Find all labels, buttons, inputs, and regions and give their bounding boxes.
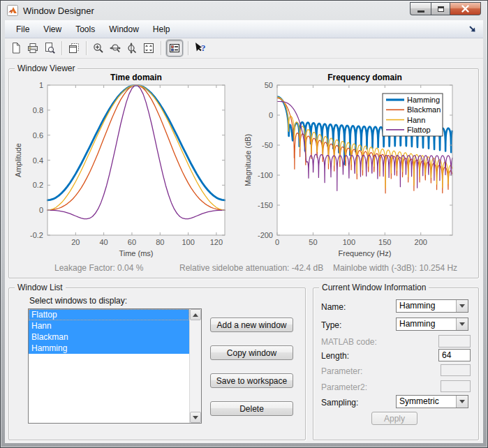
matlab-code-label: MATLAB code: (321, 337, 377, 347)
parameter-field (441, 364, 471, 376)
svg-text:100: 100 (182, 238, 194, 246)
close-icon (461, 5, 469, 13)
toolbar-separator (61, 41, 62, 55)
length-field[interactable]: 64 (438, 349, 471, 361)
menu-item-tools[interactable]: Tools (68, 22, 102, 37)
svg-text:-0.2: -0.2 (30, 231, 43, 239)
svg-text:Frequency domain: Frequency domain (327, 73, 402, 82)
time-domain-plot[interactable]: 20406080100120-0.200.20.40.60.81Time dom… (10, 72, 242, 262)
print-icon[interactable] (24, 40, 41, 57)
chevron-down-icon (459, 400, 465, 403)
context-help-icon[interactable]: ? (192, 40, 209, 57)
svg-text:?: ? (201, 43, 206, 53)
svg-text:Hann: Hann (407, 116, 425, 124)
menu-item-help[interactable]: Help (146, 22, 177, 37)
menu-item-window[interactable]: Window (102, 22, 146, 37)
sampling-dropdown-button[interactable] (456, 396, 468, 408)
scroll-down-button[interactable] (190, 412, 201, 423)
svg-text:Hamming: Hamming (407, 96, 440, 104)
toolbar: ? (5, 38, 483, 59)
restore-button[interactable] (431, 2, 450, 15)
window-title: Window Designer (23, 6, 94, 16)
svg-text:50: 50 (265, 81, 273, 89)
title-bar[interactable]: Window Designer (1, 1, 487, 20)
scroll-up-button[interactable] (190, 309, 201, 320)
apply-button[interactable]: Apply (371, 412, 417, 425)
type-dropdown[interactable]: Hamming (396, 318, 468, 331)
svg-text:0.2: 0.2 (33, 181, 43, 189)
mainlobe-width-text: Mainlobe width (-3dB): 10.254 Hz (333, 263, 457, 273)
name-dropdown-button[interactable] (456, 300, 468, 312)
window-designer-app: Window Designer FileViewToolsWindowHelp (0, 0, 488, 448)
svg-text:Magnitude (dB): Magnitude (dB) (244, 134, 252, 186)
add-new-window-button[interactable]: Add a new window (210, 318, 293, 332)
window-listbox[interactable]: FlattopHannBlackmanHamming (28, 308, 202, 424)
print-preview-icon[interactable] (41, 40, 58, 57)
parameter-label: Parameter: (321, 366, 362, 376)
new-document-icon[interactable] (8, 40, 24, 57)
window-list-title: Window List (15, 283, 66, 292)
copy-window-button[interactable]: Copy window (210, 345, 293, 360)
scroll-down-icon (193, 416, 198, 419)
zoom-x-icon[interactable] (107, 40, 124, 57)
svg-text:100: 100 (343, 238, 355, 246)
sidelobe-attenuation-text: Relative sidelobe attenuation: -42.4 dB (179, 263, 323, 273)
chevron-down-icon (459, 322, 465, 326)
frequency-domain-plot[interactable]: 050100150200-200-150-100-50050Frequency … (244, 72, 478, 262)
zoom-in-icon[interactable] (90, 40, 107, 57)
leakage-factor-text: Leakage Factor: 0.04 % (54, 263, 143, 273)
sampling-value: Symmetric (397, 396, 456, 408)
menu-bar: FileViewToolsWindowHelp (5, 20, 483, 38)
toolbar-separator (188, 41, 188, 55)
close-button[interactable] (450, 2, 481, 15)
name-label: Name: (321, 302, 346, 312)
restore-icon (438, 6, 444, 12)
menu-item-file[interactable]: File (9, 22, 36, 37)
delete-button[interactable]: Delete (210, 401, 293, 416)
full-view-icon[interactable] (140, 40, 157, 57)
scroll-up-icon (193, 313, 198, 317)
svg-text:Time (ms): Time (ms) (119, 249, 153, 257)
new-window-icon[interactable] (66, 40, 82, 57)
svg-text:1: 1 (39, 81, 43, 89)
svg-text:0.4: 0.4 (33, 156, 43, 165)
zoom-y-icon[interactable] (124, 40, 140, 57)
svg-text:Amplitude: Amplitude (14, 143, 22, 177)
legend-toggle-icon[interactable] (166, 40, 183, 57)
toolbar-separator (86, 41, 87, 55)
select-windows-label: Select windows to display: (29, 296, 127, 306)
type-value: Hamming (397, 318, 456, 330)
minimize-icon (417, 10, 424, 13)
length-label: Length: (321, 351, 349, 361)
svg-text:Blackman: Blackman (407, 105, 441, 114)
svg-text:Frequency (Hz): Frequency (Hz) (339, 249, 392, 257)
svg-text:50: 50 (309, 238, 317, 246)
type-dropdown-button[interactable] (456, 318, 468, 330)
toolbar-separator (161, 41, 161, 55)
svg-text:0: 0 (275, 238, 279, 246)
svg-text:-100: -100 (258, 171, 273, 179)
svg-text:0.8: 0.8 (33, 106, 43, 114)
save-to-workspace-button[interactable]: Save to workspace (210, 373, 293, 388)
parameter2-field (441, 380, 471, 392)
list-item-blackman[interactable]: Blackman (29, 331, 189, 343)
dock-arrow-icon[interactable] (468, 24, 478, 34)
svg-text:0: 0 (39, 206, 43, 214)
svg-text:Flattop: Flattop (407, 126, 431, 134)
name-dropdown[interactable]: Hamming (396, 299, 468, 313)
type-label: Type: (321, 320, 341, 330)
listbox-scrollbar[interactable] (189, 309, 201, 423)
minimize-button[interactable] (410, 2, 431, 15)
chevron-down-icon (459, 304, 465, 308)
menu-item-view[interactable]: View (36, 22, 68, 37)
svg-text:200: 200 (415, 238, 427, 246)
list-item-hann[interactable]: Hann (29, 320, 189, 331)
name-value: Hamming (397, 300, 456, 312)
list-item-flattop[interactable]: Flattop (29, 309, 189, 320)
sampling-label: Sampling: (321, 398, 358, 408)
svg-text:-200: -200 (258, 231, 273, 239)
svg-text:-50: -50 (262, 141, 273, 149)
list-item-hamming[interactable]: Hamming (29, 343, 189, 354)
sampling-dropdown[interactable]: Symmetric (396, 395, 468, 408)
svg-text:0: 0 (269, 111, 273, 119)
